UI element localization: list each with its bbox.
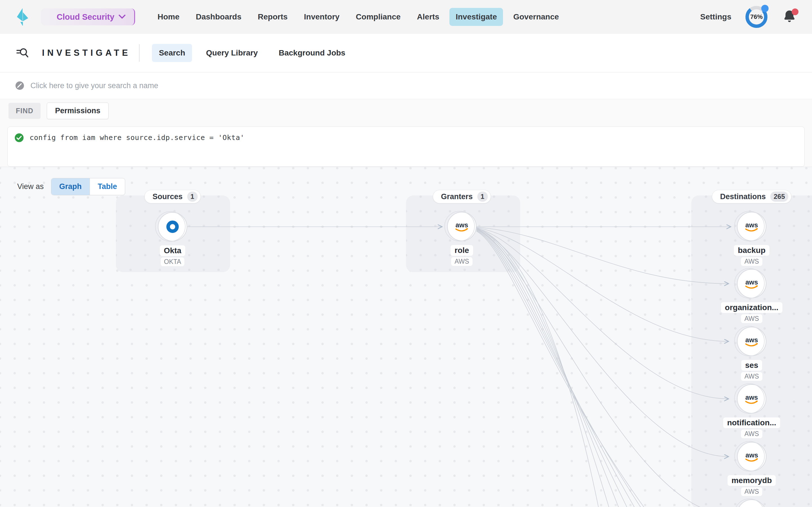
destinations-column-label: Destinations: [720, 192, 766, 201]
svg-text:aws: aws: [456, 221, 468, 229]
notifications-button[interactable]: [781, 9, 797, 25]
query-editor[interactable]: config from iam where source.idp.service…: [7, 126, 805, 167]
node-name: Okta: [160, 245, 185, 256]
nav-item-governance[interactable]: Governance: [507, 8, 565, 26]
node-type: OKTA: [161, 258, 185, 266]
destinations-count-badge: 265: [770, 191, 788, 202]
aws-logo-icon: aws: [743, 450, 760, 463]
destinations-column-pill[interactable]: Destinations 265: [712, 190, 792, 203]
node-type: AWS: [451, 257, 472, 266]
granters-count-badge: 1: [477, 191, 488, 202]
node-role-granter[interactable]: aws role AWS: [447, 212, 476, 266]
search-name-placeholder: Click here to give your search a name: [31, 81, 158, 90]
aws-logo-icon: aws: [743, 335, 760, 348]
node-type: AWS: [741, 487, 762, 496]
query-chips: FIND Permissions: [7, 103, 805, 119]
graph-canvas[interactable]: View as Graph Table Sources 1 Granters 1…: [0, 167, 812, 507]
sources-column-label: Sources: [153, 192, 183, 201]
node-type: AWS: [741, 314, 762, 323]
page-title: INVESTIGATE: [42, 48, 131, 58]
usage-progress-ring[interactable]: 76%: [745, 5, 768, 29]
node-dest-backup[interactable]: aws backup AWS: [734, 212, 769, 266]
top-nav-right: Settings 76%: [700, 5, 797, 29]
nav-item-home[interactable]: Home: [151, 8, 186, 26]
view-as-control: View as Graph Table: [17, 178, 125, 195]
node-okta-source[interactable]: Okta OKTA: [158, 212, 187, 266]
investigate-header: INVESTIGATE Search Query Library Backgro…: [0, 34, 812, 72]
node-name: memorydb: [727, 475, 776, 486]
svg-text:aws: aws: [746, 336, 758, 344]
query-text: config from iam where source.idp.service…: [30, 133, 245, 142]
bell-notify-dot: [792, 8, 799, 15]
nav-item-compliance[interactable]: Compliance: [350, 8, 407, 26]
graph-edges: [0, 167, 812, 507]
permissions-chip[interactable]: Permissions: [47, 103, 109, 119]
svg-text:aws: aws: [746, 451, 758, 459]
query-valid-check-icon: [14, 133, 24, 143]
node-name: ses: [741, 360, 762, 371]
tab-background-jobs[interactable]: Background Jobs: [272, 44, 352, 62]
granters-column-pill[interactable]: Granters 1: [433, 190, 491, 203]
divider: [139, 44, 140, 62]
nav-item-inventory[interactable]: Inventory: [298, 8, 346, 26]
nav-item-investigate[interactable]: Investigate: [449, 8, 503, 26]
aws-logo-icon: aws: [453, 220, 470, 233]
node-name: role: [451, 245, 473, 256]
tab-search[interactable]: Search: [152, 44, 192, 62]
main-nav: Home Dashboards Reports Inventory Compli…: [151, 8, 565, 26]
sources-column-pill[interactable]: Sources 1: [144, 190, 201, 203]
nav-item-dashboards[interactable]: Dashboards: [190, 8, 248, 26]
node-dest-organization[interactable]: aws organization... AWS: [721, 269, 782, 323]
edit-pencil-icon: [15, 80, 25, 91]
investigate-search-icon: [16, 47, 29, 59]
sources-count-badge: 1: [187, 191, 198, 202]
view-toggle-graph[interactable]: Graph: [51, 178, 90, 195]
node-dest-ses[interactable]: aws ses AWS: [737, 327, 766, 381]
node-name: backup: [734, 245, 769, 256]
view-as-label: View as: [17, 182, 44, 191]
query-builder: FIND Permissions config from iam where s…: [0, 99, 812, 167]
progress-notify-dot: [761, 5, 769, 12]
svg-text:aws: aws: [746, 221, 758, 229]
brand-logo-icon[interactable]: [16, 8, 29, 25]
chevron-down-icon: [118, 14, 126, 19]
okta-logo-icon: [166, 220, 179, 233]
granters-column-label: Granters: [441, 192, 473, 201]
aws-logo-icon: aws: [743, 277, 760, 290]
settings-button[interactable]: Settings: [700, 12, 731, 21]
app-root: Cloud Security Home Dashboards Reports I…: [0, 0, 812, 507]
aws-logo-icon: aws: [743, 393, 760, 405]
node-name: organization...: [721, 302, 782, 313]
nav-item-alerts[interactable]: Alerts: [411, 8, 446, 26]
node-type: AWS: [741, 430, 762, 438]
svg-text:aws: aws: [746, 393, 758, 401]
node-name: notification...: [723, 417, 780, 428]
tab-query-library[interactable]: Query Library: [199, 44, 265, 62]
node-dest-memorydb[interactable]: aws memorydb AWS: [727, 442, 776, 496]
node-type: AWS: [741, 257, 762, 266]
top-nav: Cloud Security Home Dashboards Reports I…: [0, 0, 812, 34]
svg-text:aws: aws: [746, 278, 758, 286]
view-toggle-table[interactable]: Table: [90, 178, 125, 195]
view-toggle: Graph Table: [51, 178, 125, 195]
node-type: AWS: [741, 372, 762, 381]
product-switcher-label: Cloud Security: [57, 12, 114, 22]
product-switcher[interactable]: Cloud Security: [41, 8, 135, 25]
search-name-field[interactable]: Click here to give your search a name: [0, 72, 812, 99]
node-dest-notification[interactable]: aws notification... AWS: [723, 384, 780, 438]
aws-logo-icon: aws: [743, 220, 760, 233]
investigate-tabs: Search Query Library Background Jobs: [152, 44, 352, 62]
find-keyword-chip: FIND: [8, 103, 41, 119]
nav-item-reports[interactable]: Reports: [252, 8, 294, 26]
node-dest-partial[interactable]: [737, 499, 766, 507]
